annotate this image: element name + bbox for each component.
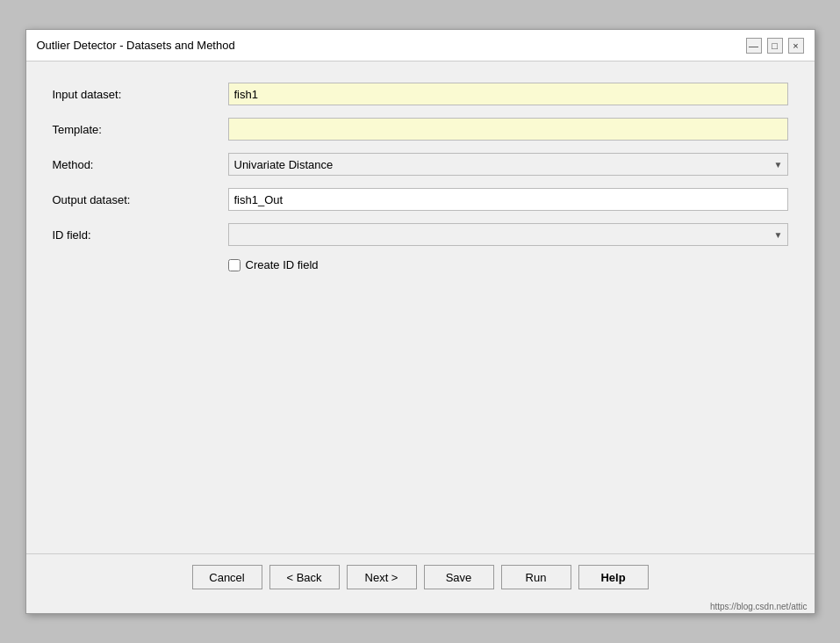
output-dataset-wrapper [228, 188, 788, 211]
next-button[interactable]: Next > [347, 565, 417, 589]
close-button[interactable]: × [788, 38, 804, 54]
id-field-row: ID field: ▼ [53, 223, 788, 246]
id-field-select-wrapper: ▼ [228, 223, 788, 246]
create-id-field-checkbox[interactable] [228, 259, 241, 271]
footer: Cancel < Back Next > Save Run Help [26, 553, 815, 600]
create-id-field-row: Create ID field [228, 258, 788, 271]
method-select[interactable]: Univariate Distance [228, 153, 788, 176]
create-id-field-label[interactable]: Create ID field [228, 258, 319, 271]
save-button[interactable]: Save [424, 565, 494, 589]
output-dataset-row: Output dataset: [53, 188, 788, 211]
run-button[interactable]: Run [501, 565, 571, 589]
dialog-window: Outlier Detector - Datasets and Method —… [25, 29, 815, 614]
template-row: Template: [53, 118, 788, 141]
cancel-button[interactable]: Cancel [192, 565, 262, 589]
window-title: Outlier Detector - Datasets and Method [37, 39, 235, 52]
input-dataset-field[interactable] [228, 83, 788, 105]
template-field[interactable] [228, 118, 788, 141]
method-wrapper: Univariate Distance ▼ [228, 153, 788, 176]
watermark: https://blog.csdn.net/attic [26, 600, 815, 613]
watermark-text: https://blog.csdn.net/attic [710, 602, 808, 611]
minimize-button[interactable]: — [746, 38, 762, 54]
input-dataset-row: Input dataset: [53, 83, 788, 105]
input-dataset-label: Input dataset: [53, 88, 228, 101]
form-content: Input dataset: Template: Method: Univari… [26, 61, 815, 553]
help-button[interactable]: Help [578, 565, 649, 589]
method-row: Method: Univariate Distance ▼ [53, 153, 788, 176]
method-label: Method: [53, 158, 228, 171]
id-field-label: ID field: [53, 228, 228, 242]
title-bar: Outlier Detector - Datasets and Method —… [26, 30, 815, 61]
back-button[interactable]: < Back [269, 565, 340, 589]
title-bar-controls: — □ × [746, 38, 804, 54]
template-label: Template: [53, 123, 228, 136]
method-select-wrapper: Univariate Distance ▼ [228, 153, 788, 176]
id-field-wrapper: ▼ [228, 223, 788, 246]
output-dataset-label: Output dataset: [53, 193, 228, 206]
maximize-button[interactable]: □ [767, 38, 783, 54]
create-id-field-text: Create ID field [246, 258, 319, 271]
template-wrapper [228, 118, 788, 141]
output-dataset-field[interactable] [228, 188, 788, 211]
input-dataset-wrapper [228, 83, 788, 105]
id-field-select[interactable] [228, 223, 788, 246]
